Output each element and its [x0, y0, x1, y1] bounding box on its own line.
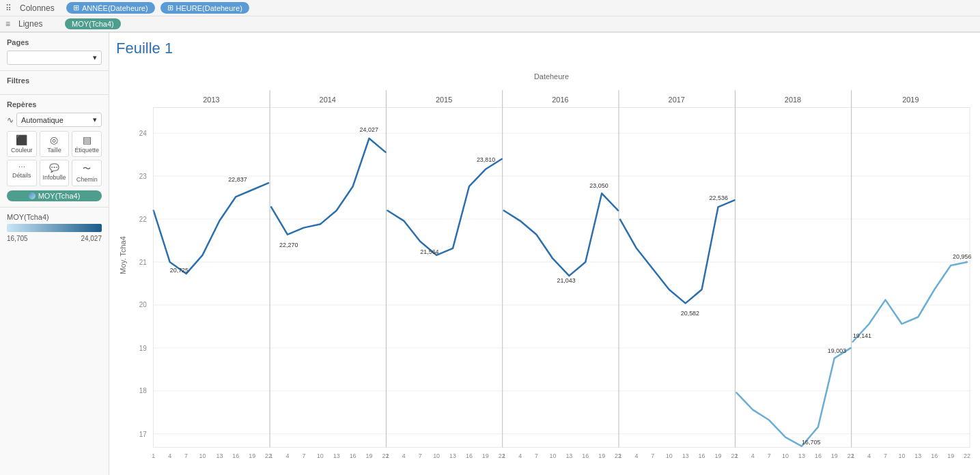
svg-text:19: 19: [249, 452, 255, 459]
svg-text:4: 4: [286, 452, 290, 459]
line-2013: [154, 183, 268, 274]
svg-text:23: 23: [139, 173, 147, 180]
legend-title: MOY(Tcha4): [7, 213, 102, 221]
infobulle-button[interactable]: 💬 Infobulle: [40, 160, 70, 186]
moy-color-pill[interactable]: MOY(Tcha4): [7, 190, 102, 201]
svg-text:22,837: 22,837: [228, 176, 247, 183]
svg-text:13: 13: [216, 452, 223, 459]
etiquette-button[interactable]: ▤ Étiquette: [72, 131, 102, 157]
svg-text:7: 7: [184, 452, 188, 459]
svg-text:1: 1: [152, 452, 155, 459]
svg-text:10: 10: [898, 452, 905, 459]
chemin-icon: 〜: [83, 163, 91, 175]
svg-text:10: 10: [782, 452, 789, 459]
pages-label: Pages: [7, 38, 102, 46]
svg-text:19: 19: [598, 452, 605, 459]
chemin-button[interactable]: 〜 Chemin: [72, 160, 102, 186]
svg-text:21,043: 21,043: [557, 277, 575, 284]
svg-text:7: 7: [884, 452, 887, 459]
heure-pill[interactable]: ⊞ HEURE(Dateheure): [160, 2, 249, 14]
svg-text:16: 16: [232, 452, 239, 459]
svg-text:2017: 2017: [669, 96, 685, 104]
etiquette-icon: ▤: [83, 134, 92, 145]
svg-text:4: 4: [518, 452, 522, 459]
svg-text:1: 1: [270, 452, 273, 459]
svg-text:1: 1: [851, 452, 854, 459]
annee-pill-icon: ⊞: [73, 3, 79, 12]
dropdown-chevron-icon: ▾: [93, 115, 97, 124]
filtres-section: Filtres: [0, 71, 109, 95]
svg-text:19,141: 19,141: [853, 332, 871, 339]
chart-title: Feuille 1: [116, 40, 973, 57]
svg-text:16: 16: [931, 452, 938, 459]
legend-max: 24,027: [81, 235, 102, 242]
automatique-label: Automatique: [21, 116, 64, 124]
annee-pill[interactable]: ⊞ ANNÉE(Dateheure): [66, 2, 155, 14]
taille-button[interactable]: ◎ Taille: [40, 131, 70, 157]
svg-text:22: 22: [964, 452, 970, 459]
infobulle-icon: 💬: [49, 163, 59, 173]
columns-row: ⠿ Colonnes ⊞ ANNÉE(Dateheure) ⊞ HEURE(Da…: [0, 0, 980, 16]
couleur-label: Couleur: [11, 147, 33, 154]
annee-pill-label: ANNÉE(Dateheure): [82, 4, 148, 12]
line-2019: [853, 262, 967, 342]
svg-text:22,536: 22,536: [710, 195, 728, 201]
svg-text:20,582: 20,582: [681, 310, 699, 317]
svg-text:13: 13: [798, 452, 805, 459]
svg-text:19: 19: [715, 452, 722, 459]
svg-text:4: 4: [751, 452, 755, 459]
svg-text:13: 13: [914, 452, 921, 459]
svg-text:1: 1: [502, 452, 505, 459]
chemin-label: Chemin: [76, 176, 98, 183]
svg-text:18: 18: [139, 387, 147, 394]
svg-text:20,725: 20,725: [170, 267, 188, 274]
reperes-section: Repères ∿ Automatique ▾ ⬛ Couleur ◎ Tail…: [0, 95, 109, 207]
main-layout: Pages ▾ Filtres Repères ∿ Automatique ▾: [0, 33, 980, 475]
svg-text:2019: 2019: [902, 96, 919, 104]
chart-container: Moy. Tcha4 Dateheure 17 18 19 20 21: [116, 63, 973, 468]
pages-section: Pages ▾: [0, 33, 109, 71]
svg-text:22: 22: [139, 216, 147, 223]
line-2014: [271, 139, 385, 235]
details-button[interactable]: ⋯ Détails: [7, 160, 37, 186]
columns-icon: ⠿: [5, 3, 12, 13]
svg-text:21: 21: [139, 259, 147, 266]
reperes-label: Repères: [7, 100, 102, 109]
svg-text:1: 1: [386, 452, 389, 459]
svg-text:22,270: 22,270: [279, 242, 298, 248]
svg-text:17: 17: [139, 431, 147, 438]
svg-text:13: 13: [333, 452, 340, 459]
svg-text:23,810: 23,810: [477, 156, 495, 163]
svg-text:19: 19: [139, 345, 147, 352]
lines-row: ≡ Lignes MOY(Tcha4): [0, 16, 980, 32]
color-pill-label: MOY(Tcha4): [38, 192, 81, 200]
legend-range: 16,705 24,027: [7, 235, 102, 242]
svg-text:16: 16: [466, 452, 473, 459]
marks-dropdown[interactable]: Automatique ▾: [16, 113, 102, 127]
etiquette-label: Étiquette: [74, 147, 99, 154]
svg-text:7: 7: [768, 452, 771, 459]
svg-text:10: 10: [666, 452, 673, 459]
svg-text:24,027: 24,027: [360, 126, 378, 133]
details-icon: ⋯: [18, 163, 25, 171]
pages-dropdown[interactable]: ▾: [7, 51, 102, 65]
svg-text:2013: 2013: [203, 96, 219, 104]
lines-label: Lignes: [18, 19, 59, 29]
details-label: Détails: [12, 172, 31, 179]
svg-text:19: 19: [366, 452, 373, 459]
svg-text:7: 7: [535, 452, 538, 459]
couleur-button[interactable]: ⬛ Couleur: [7, 131, 37, 157]
svg-text:10: 10: [433, 452, 440, 459]
svg-text:10: 10: [549, 452, 556, 459]
svg-text:19: 19: [947, 452, 954, 459]
moy-pill[interactable]: MOY(Tcha4): [65, 18, 121, 29]
infobulle-label: Infobulle: [42, 174, 66, 181]
svg-text:4: 4: [168, 452, 171, 459]
svg-text:13: 13: [682, 452, 689, 459]
svg-text:13: 13: [449, 452, 456, 459]
svg-text:19: 19: [831, 452, 838, 459]
sidebar: Pages ▾ Filtres Repères ∿ Automatique ▾: [0, 33, 109, 475]
svg-text:2014: 2014: [320, 96, 336, 104]
line-2018: [736, 348, 850, 446]
svg-text:2018: 2018: [785, 96, 801, 104]
